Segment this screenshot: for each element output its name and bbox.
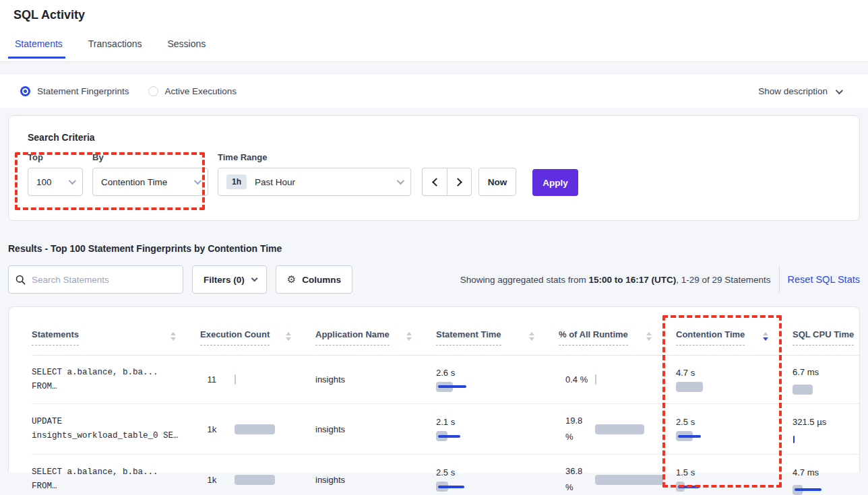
page-header: SQL Activity Statements Transactions Ses… — [0, 0, 868, 62]
stats-area: Showing aggregated stats from 15:00 to 1… — [460, 266, 860, 293]
columns-button[interactable]: ⚙ Columns — [276, 265, 352, 294]
column-header-contention-time[interactable]: Contention Time — [676, 329, 793, 355]
reset-sql-stats-link[interactable]: Reset SQL Stats — [788, 274, 860, 285]
sort-icon-active[interactable] — [763, 329, 768, 341]
search-criteria-card: Search Criteria Top 100 By Contention Ti… — [8, 115, 860, 221]
statement-time-bar — [436, 482, 510, 492]
stats-time-range: 15:00 to 16:17 (UTC) — [588, 275, 676, 285]
column-header-sql-cpu-time[interactable]: SQL CPU Time — [793, 329, 859, 355]
sql-cpu-time-bar — [793, 485, 867, 495]
next-time-button[interactable] — [447, 168, 472, 196]
divider — [779, 266, 780, 293]
search-input[interactable] — [32, 275, 176, 285]
contention-time-bar — [676, 382, 750, 392]
chevron-down-icon — [397, 177, 404, 185]
execution-count-cell: 1k — [200, 455, 315, 495]
statement-link[interactable]: SELECT a.balance, b.ba...FROM… — [32, 455, 200, 495]
application-name-cell: insights — [315, 455, 436, 495]
chevron-right-icon — [454, 178, 462, 187]
search-icon — [16, 275, 26, 285]
tab-statements[interactable]: Statements — [13, 38, 64, 58]
sort-icon[interactable] — [646, 329, 652, 341]
column-header-runtime-pct[interactable]: % of All Runtime — [559, 329, 676, 355]
runtime-pct-cell: 36.8 % — [559, 455, 676, 495]
page-title: SQL Activity — [13, 8, 868, 22]
by-select[interactable]: Contention Time — [92, 168, 208, 196]
show-description-toggle[interactable]: Show description — [758, 86, 841, 96]
column-header-statement-time[interactable]: Statement Time — [436, 329, 559, 355]
contention-time-bar — [676, 482, 750, 492]
runtime-pct-cell: 19.8 % — [559, 404, 676, 454]
top-select[interactable]: 100 — [28, 168, 83, 196]
radio-statement-fingerprints[interactable]: Statement Fingerprints — [20, 86, 129, 96]
execution-count-cell: 11 — [200, 356, 315, 403]
runtime-pct-bar — [595, 374, 669, 385]
execution-count-bar — [235, 374, 309, 385]
chevron-down-icon — [251, 275, 257, 282]
aggregated-stats-text: Showing aggregated stats from 15:00 to 1… — [460, 275, 771, 285]
tab-bar: Statements Transactions Sessions — [13, 38, 868, 58]
runtime-pct-cell: 0.4 % — [559, 356, 676, 403]
statement-time-cell: 2.6 s — [436, 356, 559, 403]
column-header-statements[interactable]: Statements — [32, 329, 200, 355]
radio-unselected-icon — [148, 86, 158, 96]
search-criteria-row: Top 100 By Contention Time Time Range 1h… — [28, 152, 859, 196]
time-range-badge: 1h — [226, 174, 247, 189]
statement-link[interactable]: SELECT a.balance, b.ba...FROM… — [32, 356, 200, 403]
top-field: Top 100 — [28, 152, 92, 196]
filters-label: Filters (0) — [204, 275, 245, 285]
statement-time-cell: 2.5 s — [436, 455, 559, 495]
filters-button[interactable]: Filters (0) — [192, 265, 267, 294]
chevron-down-icon — [836, 86, 843, 94]
execution-count-bar — [235, 424, 309, 434]
statement-time-bar — [436, 382, 510, 392]
radio-selected-icon — [20, 86, 30, 96]
table-row: SELECT a.balance, b.ba...FROM… 11 insigh… — [32, 356, 859, 404]
radio-label: Active Executions — [165, 86, 237, 96]
sql-cpu-time-cell: 6.7 ms — [793, 356, 859, 403]
statement-link[interactable]: UPDATEinsights_workload_table_0 SE… — [32, 404, 200, 454]
now-button[interactable]: Now — [478, 168, 516, 196]
show-description-label: Show description — [758, 86, 828, 96]
sort-icon[interactable] — [170, 329, 176, 341]
sql-cpu-time-cell: 321.5 µs — [793, 404, 859, 454]
column-header-execution-count[interactable]: Execution Count — [200, 329, 315, 355]
previous-time-button[interactable] — [422, 168, 447, 196]
sql-cpu-time-bar — [793, 434, 867, 444]
execution-count-cell: 1k — [200, 404, 315, 454]
chevron-down-icon — [69, 177, 76, 185]
chevron-left-icon — [432, 178, 441, 187]
sort-icon[interactable] — [286, 329, 291, 341]
execution-count-bar — [235, 475, 309, 485]
time-range-select[interactable]: 1h Past Hour — [218, 168, 411, 196]
gear-icon: ⚙ — [287, 273, 296, 286]
results-heading: Results - Top 100 Statement Fingerprints… — [8, 243, 860, 254]
sort-icon[interactable] — [406, 329, 412, 341]
tab-sessions[interactable]: Sessions — [166, 38, 207, 58]
sort-icon[interactable] — [529, 329, 534, 341]
statements-table: Statements Execution Count Application N… — [8, 306, 860, 473]
column-header-application-name[interactable]: Application Name — [315, 329, 436, 355]
statement-time-cell: 2.1 s — [436, 404, 559, 454]
top-select-value: 100 — [36, 177, 52, 187]
runtime-pct-bar — [595, 475, 669, 485]
apply-button[interactable]: Apply — [532, 169, 578, 196]
time-range-value: Past Hour — [255, 177, 295, 187]
sql-cpu-time-cell: 4.7 ms — [793, 455, 859, 495]
sql-cpu-time-bar — [793, 385, 867, 395]
tab-transactions[interactable]: Transactions — [87, 38, 144, 58]
table-row: UPDATEinsights_workload_table_0 SE… 1k i… — [32, 404, 859, 455]
contention-time-cell: 1.5 s — [676, 455, 793, 495]
application-name-cell: insights — [315, 404, 436, 454]
view-toggle-bar: Statement Fingerprints Active Executions… — [0, 75, 868, 108]
by-select-value: Contention Time — [101, 177, 167, 187]
statement-search-box — [8, 265, 183, 294]
time-range-label: Time Range — [218, 152, 422, 162]
contention-time-cell: 4.7 s — [676, 356, 793, 403]
top-label: Top — [28, 152, 92, 162]
time-range-arrows — [422, 168, 472, 196]
by-field: By Contention Time — [92, 152, 218, 196]
radio-active-executions[interactable]: Active Executions — [148, 86, 237, 96]
time-range-field: Time Range 1h Past Hour — [218, 152, 422, 196]
radio-label: Statement Fingerprints — [37, 86, 129, 96]
